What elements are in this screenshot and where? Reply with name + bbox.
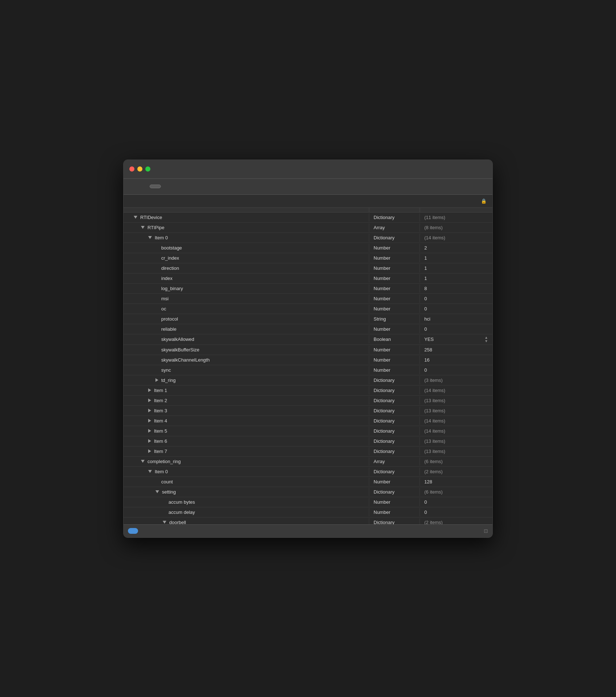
key-cell: Item 0 bbox=[124, 467, 369, 476]
table-row: skywalkBufferSizeNumber258 bbox=[124, 345, 492, 355]
expand-icon[interactable] bbox=[148, 388, 151, 392]
key-cell: direction bbox=[124, 264, 369, 272]
key-text: protocol bbox=[161, 316, 178, 322]
collapse-icon[interactable] bbox=[163, 521, 166, 524]
value-cell: 0 bbox=[420, 305, 492, 313]
key-text: RTIPipe bbox=[147, 225, 165, 230]
list-view-button[interactable] bbox=[476, 185, 481, 188]
collapse-icon[interactable] bbox=[148, 470, 152, 473]
close-button[interactable] bbox=[129, 166, 134, 172]
key-text: Item 6 bbox=[154, 438, 167, 444]
expand-icon[interactable] bbox=[155, 378, 158, 382]
key-text: Item 1 bbox=[154, 388, 167, 393]
main-window: 🔒 RTIDeviceDictionary(11 items)RTIPipeAr… bbox=[123, 160, 493, 538]
key-text: Item 0 bbox=[155, 235, 168, 240]
value-cell: (13 items) bbox=[420, 407, 492, 415]
value-cell: (2 items) bbox=[420, 467, 492, 476]
expand-icon[interactable] bbox=[148, 429, 151, 433]
type-cell: Dictionary bbox=[369, 376, 420, 384]
value-text: hci bbox=[424, 316, 430, 322]
expand-icon[interactable] bbox=[148, 439, 151, 443]
collapse-icon[interactable] bbox=[141, 226, 145, 229]
table-row: skywalkAllowedBooleanYES▲▼ bbox=[124, 334, 492, 345]
sidebar-button[interactable] bbox=[484, 185, 488, 188]
type-cell: Dictionary bbox=[369, 396, 420, 405]
value-text: (14 items) bbox=[424, 235, 445, 240]
type-cell: Dictionary bbox=[369, 386, 420, 395]
value-cell: (2 items) bbox=[420, 518, 492, 524]
collapse-icon[interactable] bbox=[148, 236, 152, 239]
refresh-button[interactable] bbox=[469, 185, 474, 188]
value-cell: 1 bbox=[420, 254, 492, 262]
key-cell: Item 2 bbox=[124, 396, 369, 405]
value-cell: 0 bbox=[420, 294, 492, 303]
value-text: 1 bbox=[424, 255, 427, 261]
key-cell: msi bbox=[124, 294, 369, 303]
key-text: oc bbox=[161, 306, 166, 312]
key-text: direction bbox=[161, 265, 179, 271]
key-text: skywalkChannelLength bbox=[161, 357, 210, 363]
collapse-icon[interactable] bbox=[155, 490, 159, 493]
table-row: completion_ringArray(6 items) bbox=[124, 457, 492, 467]
type-cell: Dictionary bbox=[369, 488, 420, 496]
table-row: Item 3Dictionary(13 items) bbox=[124, 406, 492, 416]
nav-grid-button[interactable] bbox=[128, 185, 132, 188]
value-cell: (14 items) bbox=[420, 386, 492, 395]
table-row: Item 0Dictionary(2 items) bbox=[124, 467, 492, 477]
value-cell: (6 items) bbox=[420, 488, 492, 496]
value-text: (2 items) bbox=[424, 520, 443, 524]
value-cell: 0 bbox=[420, 366, 492, 374]
key-cell: cr_index bbox=[124, 254, 369, 262]
maximize-button[interactable] bbox=[145, 166, 150, 172]
bottom-bar-action[interactable]: ⊡ bbox=[484, 528, 488, 534]
bottom-bar: ⊡ bbox=[124, 524, 492, 537]
key-text: RTIDevice bbox=[140, 215, 162, 220]
value-cell: (8 items) bbox=[420, 223, 492, 232]
column-header-key bbox=[124, 208, 369, 212]
key-cell: RTIDevice bbox=[124, 213, 369, 222]
back-button[interactable] bbox=[135, 185, 140, 188]
table-row: indexNumber1 bbox=[124, 273, 492, 284]
key-text: Item 0 bbox=[155, 469, 168, 474]
value-cell: (6 items) bbox=[420, 457, 492, 466]
table-row: Item 4Dictionary(14 items) bbox=[124, 416, 492, 426]
value-cell: 0 bbox=[420, 508, 492, 516]
expand-icon[interactable] bbox=[148, 409, 151, 412]
table-row: settingDictionary(6 items) bbox=[124, 487, 492, 497]
value-cell: 1 bbox=[420, 274, 492, 282]
type-cell: Number bbox=[369, 294, 420, 303]
minimize-button[interactable] bbox=[137, 166, 142, 172]
value-text: 0 bbox=[424, 367, 427, 373]
key-cell: Item 0 bbox=[124, 234, 369, 242]
table-row: protocolStringhci bbox=[124, 314, 492, 324]
key-cell: bootstage bbox=[124, 244, 369, 252]
type-cell: Dictionary bbox=[369, 427, 420, 435]
key-text: Item 4 bbox=[154, 418, 167, 424]
value-text: 1 bbox=[424, 276, 427, 281]
value-text: (6 items) bbox=[424, 489, 443, 495]
type-cell: Dictionary bbox=[369, 407, 420, 415]
type-cell: Number bbox=[369, 366, 420, 374]
info-tab[interactable] bbox=[150, 185, 161, 188]
expand-icon[interactable] bbox=[148, 399, 151, 402]
key-text: completion_ring bbox=[147, 459, 181, 464]
type-cell: Number bbox=[369, 264, 420, 272]
expand-icon[interactable] bbox=[148, 419, 151, 422]
type-cell: Dictionary bbox=[369, 437, 420, 445]
forward-button[interactable] bbox=[142, 185, 147, 188]
status-indicator[interactable] bbox=[128, 528, 138, 534]
table-row: msiNumber0 bbox=[124, 294, 492, 304]
collapse-icon[interactable] bbox=[134, 216, 137, 219]
key-text: sync bbox=[161, 367, 171, 373]
type-cell: Number bbox=[369, 325, 420, 333]
stepper-chevron-icon[interactable]: ▲▼ bbox=[484, 336, 488, 343]
value-cell: 2 bbox=[420, 244, 492, 252]
expand-icon[interactable] bbox=[148, 449, 151, 453]
table-row: RTIPipeArray(8 items) bbox=[124, 223, 492, 233]
type-cell: Dictionary bbox=[369, 447, 420, 455]
table-row: skywalkChannelLengthNumber16 bbox=[124, 355, 492, 365]
table-row: reliableNumber0 bbox=[124, 324, 492, 334]
collapse-icon[interactable] bbox=[141, 460, 145, 463]
key-cell: skywalkBufferSize bbox=[124, 346, 369, 354]
value-text: (13 items) bbox=[424, 449, 445, 454]
